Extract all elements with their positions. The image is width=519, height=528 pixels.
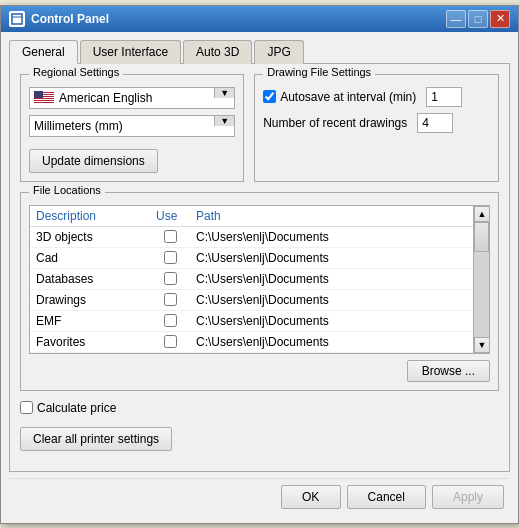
recent-drawings-input[interactable] [417,113,453,133]
autosave-value-input[interactable] [426,87,462,107]
col-description: Description [30,206,150,226]
language-dropdown-arrow: ▼ [214,88,234,98]
units-row: Millimeters (mm) ▼ [29,115,235,137]
row-use-0[interactable] [150,227,190,247]
tab-auto-3d[interactable]: Auto 3D [183,40,252,64]
row-desc-0: 3D objects [30,227,150,247]
scroll-up-button[interactable]: ▲ [474,206,490,222]
apply-button[interactable]: Apply [432,485,504,509]
row-use-1[interactable] [150,248,190,268]
row-check-3[interactable] [164,293,177,306]
regional-settings-group: Regional Settings American English ▼ [20,74,244,182]
row-check-2[interactable] [164,272,177,285]
top-groups: Regional Settings American English ▼ [20,74,499,182]
table-row: Databases C:\Users\enlj\Documents [30,269,473,290]
row-check-4[interactable] [164,314,177,327]
control-panel-window: Control Panel — □ ✕ General User Interfa… [0,5,519,524]
bottom-section: Calculate price Clear all printer settin… [20,401,499,451]
language-value: American English [59,91,152,105]
close-button[interactable]: ✕ [490,10,510,28]
drawing-settings-inner: Autosave at interval (min) Number of rec… [263,87,490,133]
table-row: Drawings C:\Users\enlj\Documents [30,290,473,311]
row-desc-2: Databases [30,269,150,289]
ok-button[interactable]: OK [281,485,341,509]
autosave-checkbox[interactable] [263,90,276,103]
browse-row: Browse ... [29,360,490,382]
table-row: 3D objects C:\Users\enlj\Documents [30,227,473,248]
window-icon [9,11,25,27]
units-dropdown-inner: Millimeters (mm) [30,116,214,136]
col-path: Path [190,206,473,226]
regional-settings-label: Regional Settings [29,66,123,78]
clear-printer-settings-button[interactable]: Clear all printer settings [20,427,172,451]
calc-price-checkbox[interactable] [20,401,33,414]
tab-general[interactable]: General [9,40,78,64]
language-dropdown-inner: American English [30,88,214,108]
calc-price-label[interactable]: Calculate price [20,401,499,415]
row-use-5[interactable] [150,332,190,352]
minimize-button[interactable]: — [446,10,466,28]
row-check-1[interactable] [164,251,177,264]
row-path-3: C:\Users\enlj\Documents [190,290,473,310]
tab-bar: General User Interface Auto 3D JPG [9,40,510,64]
row-path-5: C:\Users\enlj\Documents [190,332,473,352]
scroll-down-button[interactable]: ▼ [474,337,490,353]
us-flag-icon [34,91,54,104]
file-locations-table: Description Use Path 3D objects C:\Users… [29,205,490,354]
row-use-2[interactable] [150,269,190,289]
main-content: General User Interface Auto 3D JPG Regio… [1,32,518,523]
units-value: Millimeters (mm) [34,119,123,133]
row-check-0[interactable] [164,230,177,243]
browse-button[interactable]: Browse ... [407,360,490,382]
table-header: Description Use Path [30,206,473,227]
recent-drawings-row: Number of recent drawings [263,113,490,133]
scroll-thumb[interactable] [474,222,489,252]
title-bar-left: Control Panel [9,11,109,27]
svg-rect-0 [12,14,22,24]
drawing-settings-label: Drawing File Settings [263,66,375,78]
drawing-settings-group: Drawing File Settings Autosave at interv… [254,74,499,182]
table-row: Cad C:\Users\enlj\Documents [30,248,473,269]
window-title: Control Panel [31,12,109,26]
calc-price-text: Calculate price [37,401,116,415]
row-path-0: C:\Users\enlj\Documents [190,227,473,247]
row-path-2: C:\Users\enlj\Documents [190,269,473,289]
table-row: Favorites C:\Users\enlj\Documents [30,332,473,353]
table-row: EMF C:\Users\enlj\Documents [30,311,473,332]
row-check-5[interactable] [164,335,177,348]
autosave-row: Autosave at interval (min) [263,87,490,107]
update-dimensions-button[interactable]: Update dimensions [29,149,158,173]
units-dropdown[interactable]: Millimeters (mm) ▼ [29,115,235,137]
table-main: Description Use Path 3D objects C:\Users… [30,206,473,353]
cancel-button[interactable]: Cancel [347,485,426,509]
col-use: Use [150,206,190,226]
file-locations-group: File Locations Description Use Path 3D o… [20,192,499,391]
row-use-4[interactable] [150,311,190,331]
table-body: 3D objects C:\Users\enlj\Documents Cad C… [30,227,473,353]
row-path-1: C:\Users\enlj\Documents [190,248,473,268]
recent-drawings-label: Number of recent drawings [263,116,407,130]
autosave-checkbox-label[interactable]: Autosave at interval (min) [263,90,416,104]
tab-content-general: Regional Settings American English ▼ [9,63,510,472]
tab-user-interface[interactable]: User Interface [80,40,181,64]
title-buttons: — □ ✕ [446,10,510,28]
row-desc-5: Favorites [30,332,150,352]
scroll-track[interactable] [474,222,489,337]
language-row: American English ▼ [29,87,235,109]
file-locations-label: File Locations [29,184,105,196]
row-desc-1: Cad [30,248,150,268]
tab-jpg[interactable]: JPG [254,40,303,64]
row-desc-4: EMF [30,311,150,331]
row-desc-3: Drawings [30,290,150,310]
title-bar: Control Panel — □ ✕ [1,6,518,32]
autosave-label: Autosave at interval (min) [280,90,416,104]
language-dropdown[interactable]: American English ▼ [29,87,235,109]
table-scrollbar[interactable]: ▲ ▼ [473,206,489,353]
footer-buttons: OK Cancel Apply [9,478,510,515]
maximize-button[interactable]: □ [468,10,488,28]
row-path-4: C:\Users\enlj\Documents [190,311,473,331]
units-dropdown-arrow: ▼ [214,116,234,126]
regional-inner: American English ▼ Millimeters (mm) [29,87,235,173]
row-use-3[interactable] [150,290,190,310]
